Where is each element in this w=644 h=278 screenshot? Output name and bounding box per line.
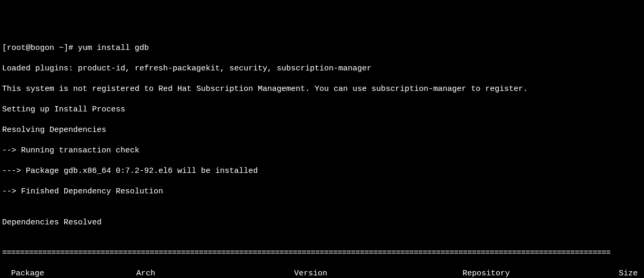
output-line: This system is not registered to Red Hat… xyxy=(2,84,642,95)
separator: ========================================… xyxy=(2,248,642,259)
output-line: Dependencies Resolved xyxy=(2,218,642,228)
header-version: Version xyxy=(294,269,462,278)
table-header: Package Arch Version Repository Size xyxy=(2,269,642,278)
output-line: ---> Package gdb.x86_64 0:7.2-92.el6 wil… xyxy=(2,166,642,177)
header-size: Size xyxy=(610,269,642,278)
header-arch: Arch xyxy=(136,269,294,278)
output-line: --> Finished Dependency Resolution xyxy=(2,187,642,197)
output-line: Loaded plugins: product-id, refresh-pack… xyxy=(2,64,642,74)
header-repository: Repository xyxy=(462,269,610,278)
prompt-line: [root@bogon ~]# yum install gdb xyxy=(2,43,642,54)
output-line: Setting up Install Process xyxy=(2,105,642,115)
output-line: Resolving Dependencies xyxy=(2,125,642,136)
output-line: --> Running transaction check xyxy=(2,146,642,156)
header-package: Package xyxy=(2,269,136,278)
